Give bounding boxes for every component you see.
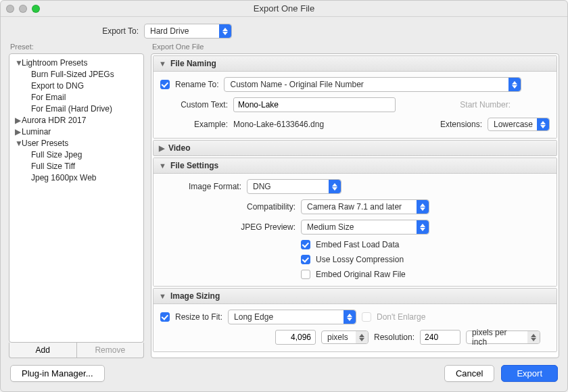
content: Preset: ▼Lightroom Presets Burn Full-Siz… (1, 43, 567, 358)
preset-tree: ▼Lightroom Presets Burn Full-Sized JPEGs… (11, 57, 142, 183)
chevron-up-down-icon (527, 331, 540, 343)
lossy-compression-label: Use Lossy Compression (316, 255, 404, 264)
cancel-button[interactable]: Cancel (444, 365, 494, 382)
preset-group-luminar[interactable]: ▶Luminar (11, 126, 142, 137)
chevron-up-down-icon (356, 331, 368, 343)
remove-preset-button: Remove (76, 343, 144, 358)
add-preset-button[interactable]: Add (9, 343, 76, 358)
svg-marker-12 (347, 314, 352, 317)
image-sizing-header[interactable]: ▼ Image Sizing (153, 289, 557, 304)
video-header[interactable]: ▶ Video (153, 141, 557, 155)
image-sizing-panel: ▼ Image Sizing Resize to Fit: Long Edge (153, 288, 557, 352)
preset-item[interactable]: Full Size Tiff (11, 160, 142, 172)
preset-item[interactable]: Full Size Jpeg (11, 149, 142, 160)
export-button[interactable]: Export (501, 365, 558, 382)
preset-group-user[interactable]: ▼User Presets (11, 137, 142, 149)
resize-checkbox[interactable] (160, 312, 170, 322)
extensions-label: Extensions: (440, 120, 482, 129)
custom-text-input[interactable] (233, 97, 396, 112)
titlebar: Export One File (1, 1, 567, 17)
dont-enlarge-label: Don't Enlarge (377, 312, 425, 322)
svg-marker-16 (531, 334, 536, 337)
svg-marker-7 (332, 187, 337, 191)
resize-label: Resize to Fit: (175, 312, 222, 322)
triangle-down-icon: ▼ (15, 58, 22, 68)
custom-text-label: Custom Text: (160, 100, 228, 109)
preset-group-aurora[interactable]: ▶Aurora HDR 2017 (11, 114, 142, 126)
preset-item[interactable]: For Email (Hard Drive) (11, 103, 142, 114)
panel-title: Image Sizing (170, 291, 220, 301)
embed-fastload-label: Embed Fast Load Data (316, 240, 399, 249)
preset-list[interactable]: ▼Lightroom Presets Burn Full-Sized JPEGs… (9, 53, 144, 343)
svg-marker-15 (359, 338, 364, 341)
chevron-up-down-icon (417, 200, 429, 214)
chevron-up-down-icon (508, 78, 521, 91)
chevron-up-down-icon (329, 180, 341, 193)
panel-title: File Naming (170, 59, 216, 68)
embed-rawfile-checkbox[interactable] (301, 270, 310, 279)
resolution-label: Resolution: (374, 333, 415, 342)
panel-title: Video (168, 143, 190, 153)
plugin-manager-button[interactable]: Plug-in Manager... (10, 365, 105, 382)
chevron-up-down-icon (344, 310, 356, 324)
export-to-value: Hard Drive (145, 26, 205, 36)
example-label: Example: (160, 120, 228, 129)
svg-marker-11 (420, 228, 425, 231)
svg-marker-14 (359, 334, 364, 337)
triangle-down-icon: ▼ (159, 292, 166, 300)
triangle-right-icon: ▶ (15, 116, 22, 125)
rename-template-select[interactable]: Custom Name - Original File Number (224, 77, 521, 92)
jpeg-preview-select[interactable]: Medium Size (301, 220, 429, 235)
svg-marker-9 (420, 207, 425, 211)
triangle-right-icon: ▶ (159, 144, 164, 153)
file-naming-header[interactable]: ▼ File Naming (153, 56, 557, 72)
size-input[interactable] (275, 330, 316, 345)
svg-marker-2 (512, 81, 517, 84)
main-column: Export One File ▼ File Naming Rename To:… (151, 43, 559, 358)
svg-marker-0 (222, 28, 228, 31)
rename-label: Rename To: (175, 80, 218, 89)
file-settings-header[interactable]: ▼ File Settings (153, 158, 557, 174)
resolution-units-select[interactable]: pixels per inch (466, 330, 540, 344)
resolution-input[interactable] (420, 330, 460, 345)
file-naming-panel: ▼ File Naming Rename To: Custom Name - O… (153, 55, 557, 139)
extensions-select[interactable]: Lowercase (488, 118, 550, 131)
video-panel: ▶ Video (153, 140, 557, 156)
preset-item[interactable]: For Email (11, 91, 142, 103)
export-to-row: Export To: Hard Drive (1, 17, 567, 43)
svg-marker-5 (540, 125, 546, 128)
panel-title: File Settings (170, 161, 218, 170)
preset-actions: Add Remove (9, 343, 144, 358)
export-to-select[interactable]: Hard Drive (144, 24, 232, 39)
preset-item[interactable]: Jpeg 1600px Web (11, 172, 142, 183)
triangle-down-icon: ▼ (159, 162, 166, 170)
svg-marker-4 (540, 121, 546, 124)
svg-marker-17 (531, 338, 536, 341)
size-units-select[interactable]: pixels (321, 330, 369, 344)
preset-header: Preset: (9, 43, 144, 53)
format-select[interactable]: DNG (247, 179, 341, 194)
embed-rawfile-label: Embed Original Raw File (316, 270, 406, 279)
example-value: Mono-Lake-6133646.dng (233, 120, 324, 129)
svg-marker-3 (512, 85, 517, 89)
main-header: Export One File (151, 43, 559, 53)
resize-fit-select[interactable]: Long Edge (228, 310, 356, 324)
triangle-down-icon: ▼ (159, 59, 166, 68)
window-title: Export One File (1, 3, 567, 14)
svg-marker-13 (347, 318, 352, 321)
panel-stack: ▼ File Naming Rename To: Custom Name - O… (151, 53, 559, 358)
format-label: Image Format: (160, 182, 241, 191)
start-number-label: Start Number: (460, 100, 511, 109)
svg-marker-6 (332, 183, 337, 187)
triangle-right-icon: ▶ (15, 127, 22, 137)
embed-fastload-checkbox[interactable] (301, 240, 310, 249)
lossy-compression-checkbox[interactable] (301, 255, 310, 264)
compatibility-select[interactable]: Camera Raw 7.1 and later (301, 199, 429, 214)
file-settings-panel: ▼ File Settings Image Format: DNG (153, 157, 557, 287)
preset-item[interactable]: Export to DNG (11, 80, 142, 91)
chevron-up-down-icon (417, 220, 429, 234)
preset-column: Preset: ▼Lightroom Presets Burn Full-Siz… (9, 43, 144, 358)
preset-item[interactable]: Burn Full-Sized JPEGs (11, 68, 142, 80)
preset-group-lightroom[interactable]: ▼Lightroom Presets (11, 57, 142, 68)
rename-checkbox[interactable] (160, 80, 170, 89)
